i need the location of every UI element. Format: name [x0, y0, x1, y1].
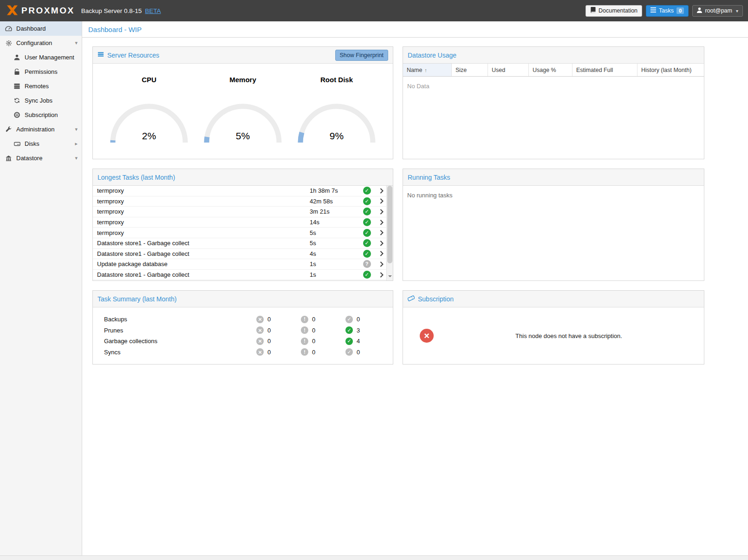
beta-link[interactable]: BETA — [145, 7, 161, 14]
chevron-right-icon[interactable] — [380, 209, 384, 215]
gauge-value: 5% — [201, 130, 285, 142]
ok-icon — [345, 316, 353, 323]
chevron-down-icon — [75, 155, 78, 161]
user-icon — [13, 54, 21, 60]
task-row[interactable]: termproxy 3m 21s — [93, 207, 386, 217]
panel-datastore-usage: Datastore Usage Name Size Used Usage % E… — [403, 46, 704, 159]
sidebar-item-administration[interactable]: Administration — [0, 122, 82, 137]
sidebar-item-configuration[interactable]: Configuration — [0, 36, 82, 50]
task-summary-header: Task Summary (last Month) — [93, 291, 393, 307]
summary-row: Backups 0 0 0 — [93, 314, 393, 325]
summary-row: Prunes 0 0 3 — [93, 325, 393, 336]
sidebar-item-datastore[interactable]: Datastore — [0, 151, 82, 165]
column-header-used[interactable]: Used — [488, 64, 529, 76]
task-row[interactable]: Datastore store1 - Garbage collect 5s — [93, 238, 386, 249]
ok-icon — [345, 338, 353, 345]
sync-icon — [13, 98, 21, 104]
chevron-right-icon[interactable] — [380, 198, 384, 204]
task-status-icon — [363, 218, 371, 226]
topbar: PROXMOX Backup Server 0.8-15 BETA Docume… — [0, 0, 748, 21]
chevron-right-icon[interactable] — [380, 272, 384, 278]
column-header-estimated-full[interactable]: Estimated Full — [572, 64, 637, 76]
topbar-actions: Documentation Tasks 0 root@pam — [585, 5, 743, 17]
scrollbar-down-button[interactable] — [387, 273, 393, 280]
vertical-scrollbar[interactable] — [386, 186, 393, 280]
task-status-icon — [363, 250, 371, 258]
chevron-down-icon — [736, 8, 738, 13]
chevron-right-icon — [75, 141, 78, 147]
chevron-right-icon[interactable] — [380, 230, 384, 235]
horizontal-scrollbar-track[interactable] — [0, 555, 748, 560]
error-icon — [256, 316, 264, 323]
ok-icon — [345, 348, 353, 356]
panel-subscription: Subscription This node does not have a s… — [403, 290, 704, 365]
sidebar-item-permissions[interactable]: Permissions — [0, 65, 82, 79]
gauge-cpu: CPU 2% — [107, 64, 191, 145]
summary-row: Garbage collections 0 0 4 — [93, 336, 393, 347]
chevron-right-icon[interactable] — [380, 251, 384, 256]
tasks-button[interactable]: Tasks 0 — [646, 5, 689, 17]
sidebar-item-label: Datastore — [16, 155, 42, 162]
task-row[interactable]: termproxy 1h 38m 7s — [93, 186, 386, 196]
task-row[interactable]: Update package database 1s — [93, 259, 386, 270]
error-icon — [256, 348, 264, 356]
scrollbar-thumb[interactable] — [387, 186, 392, 263]
sidebar-item-disks[interactable]: Disks — [0, 137, 82, 151]
sidebar-item-sync-jobs[interactable]: Sync Jobs — [0, 93, 82, 108]
sidebar-item-label: Subscription — [25, 111, 58, 118]
gauge-value: 2% — [107, 130, 191, 142]
gear-icon — [5, 40, 13, 46]
task-list-icon — [650, 7, 656, 14]
longest-tasks-body: termproxy 1h 38m 7s termproxy 42m 58s te… — [93, 186, 393, 280]
unlock-icon — [13, 69, 21, 75]
ok-icon — [345, 326, 353, 334]
column-header-size[interactable]: Size — [452, 64, 488, 76]
chevron-right-icon[interactable] — [380, 220, 384, 225]
gauge-label: Root Disk — [320, 76, 353, 84]
sidebar-item-label: Disks — [25, 140, 39, 147]
page-title: Dashboard - WIP — [88, 26, 142, 33]
sidebar-item-label: Configuration — [16, 39, 52, 46]
main-area: Dashboard - WIP Server Resources Show Fi… — [82, 21, 748, 560]
server-resources-icon — [98, 51, 104, 59]
gauge-memory: Memory 5% — [201, 64, 285, 145]
tasks-label: Tasks — [659, 7, 674, 14]
column-header-history[interactable]: History (last Month) — [637, 64, 704, 76]
book-icon — [590, 7, 596, 14]
brand-text: PROXMOX — [21, 6, 75, 16]
gauge-label: CPU — [142, 76, 156, 84]
task-row[interactable]: termproxy 5s — [93, 228, 386, 238]
column-header-name[interactable]: Name — [403, 64, 452, 76]
warning-icon — [301, 326, 308, 334]
gauge-root-disk: Root Disk 9% — [295, 64, 378, 145]
server-resources-title: Server Resources — [107, 52, 159, 59]
sidebar-item-label: Sync Jobs — [25, 97, 52, 104]
chevron-right-icon[interactable] — [380, 188, 384, 194]
datastore-usage-column-headers: Name Size Used Usage % Estimated Full Hi… — [403, 64, 704, 77]
user-label: root@pam — [705, 7, 732, 14]
chevron-right-icon[interactable] — [380, 241, 384, 246]
show-fingerprint-button[interactable]: Show Fingerprint — [335, 50, 389, 61]
sidebar-item-subscription[interactable]: Subscription — [0, 108, 82, 122]
task-row[interactable]: Datastore store1 - Garbage collect 4s — [93, 249, 386, 260]
column-header-usage-pct[interactable]: Usage % — [529, 64, 572, 76]
sidebar: Dashboard Configuration User Management … — [0, 21, 82, 560]
panel-task-summary: Task Summary (last Month) Backups 0 0 0 … — [92, 290, 393, 365]
proxmox-logo-icon — [7, 5, 18, 16]
running-tasks-header: Running Tasks — [403, 169, 704, 186]
sidebar-item-user-management[interactable]: User Management — [0, 50, 82, 65]
chevron-down-icon — [75, 40, 78, 46]
task-row[interactable]: termproxy 14s — [93, 217, 386, 228]
user-menu-button[interactable]: root@pam — [692, 5, 743, 17]
sidebar-item-dashboard[interactable]: Dashboard — [0, 21, 82, 36]
chevron-down-icon — [75, 126, 78, 132]
task-row[interactable]: Datastore store1 - Garbage collect 1s — [93, 270, 386, 280]
task-status-icon — [363, 271, 371, 279]
documentation-button[interactable]: Documentation — [585, 5, 642, 17]
chevron-right-icon[interactable] — [380, 261, 384, 267]
hdd-icon — [13, 141, 21, 147]
task-row[interactable]: termproxy 42m 58s — [93, 196, 386, 207]
datastore-usage-title: Datastore Usage — [408, 52, 456, 59]
sidebar-item-remotes[interactable]: Remotes — [0, 79, 82, 93]
task-status-icon — [363, 229, 371, 237]
